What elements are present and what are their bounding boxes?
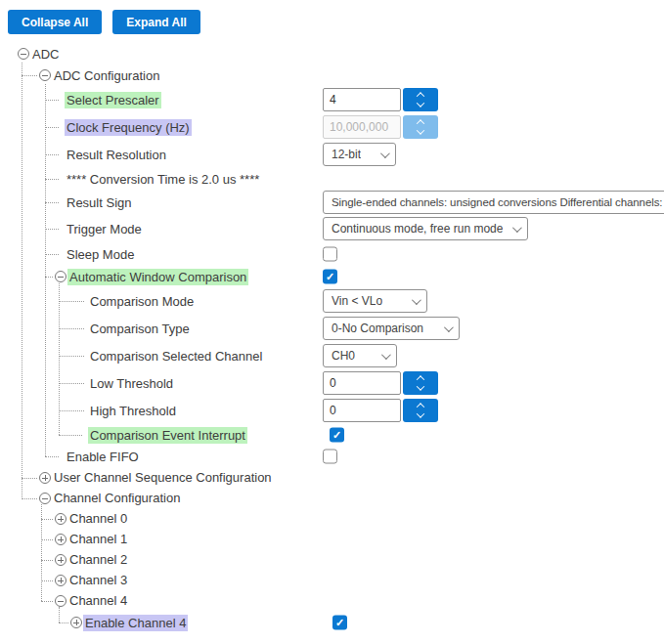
tree-connector [45, 127, 59, 128]
spin-down-icon[interactable] [417, 382, 424, 390]
tree-row-enable-channel-4: Enable Channel 4 [0, 611, 664, 634]
comparison-type-select[interactable]: 0-No Comparison [323, 317, 460, 340]
collapse-node-icon[interactable] [55, 595, 66, 607]
control-group [323, 247, 337, 262]
tree-row-clock-frequency: Clock Frequency (Hz) [0, 113, 664, 141]
tree-connector [45, 100, 59, 101]
spinner-buttons-disabled [403, 115, 438, 139]
result-resolution-select[interactable]: 12-bit [323, 143, 396, 166]
property-label: Result Sign [65, 194, 133, 211]
spinner-buttons[interactable] [403, 88, 438, 111]
tree-row-automatic-window-comparison: Automatic Window Comparison [0, 266, 664, 287]
tree-connector [45, 202, 59, 203]
tree-node-label[interactable]: Enable Channel 4 [83, 615, 188, 631]
expand-node-icon[interactable] [70, 617, 82, 628]
tree-connector [59, 623, 68, 623]
control-group [323, 270, 337, 284]
collapse-node-icon[interactable] [55, 271, 66, 282]
property-label: Trigger Mode [65, 221, 144, 237]
automatic-window-comparison-checkbox[interactable] [323, 270, 337, 284]
comparison-mode-select[interactable]: Vin < VLo [323, 289, 427, 313]
tree-row-comparison-mode: Comparison Mode Vin < VLo [0, 287, 664, 315]
control-group: 0-No Comparison [323, 317, 460, 340]
tree-row-adc: ADC [0, 43, 664, 64]
tree-row-select-prescaler: Select Prescaler [0, 86, 664, 113]
control-group [323, 450, 337, 464]
high-threshold-input[interactable] [323, 399, 401, 422]
tree-connector [41, 580, 53, 581]
spin-down-icon[interactable] [417, 99, 424, 107]
tree-row-channel-4: Channel 4 [0, 590, 664, 611]
enable-channel-4-checkbox[interactable] [332, 616, 347, 630]
tree-connector [59, 410, 84, 411]
tree-node-label[interactable]: Channel Configuration [52, 490, 182, 506]
expand-all-button[interactable]: Expand All [112, 10, 200, 34]
tree-node-label[interactable]: Automatic Window Comparison [67, 269, 248, 285]
collapse-node-icon[interactable] [39, 69, 51, 81]
tree-node-label[interactable]: User Channel Sequence Configuration [52, 469, 274, 486]
tree-connector [59, 328, 84, 329]
tree-node-label[interactable]: ADC [30, 46, 61, 63]
expand-node-icon[interactable] [55, 575, 66, 586]
tree-node-label[interactable]: Channel 2 [67, 551, 129, 568]
expand-node-icon[interactable] [55, 513, 66, 525]
property-label: Comparison Type [88, 321, 192, 337]
tree-connector [22, 75, 37, 76]
comparison-channel-select[interactable]: CH0 [323, 344, 397, 367]
tree-node-label[interactable]: Channel 3 [67, 572, 129, 588]
tree-connector [22, 498, 37, 499]
spinner-buttons[interactable] [403, 371, 438, 395]
spin-down-icon[interactable] [417, 409, 424, 417]
control-group: CH0 [323, 344, 397, 367]
chevron-down-icon [512, 223, 522, 233]
control-group [323, 88, 438, 111]
result-sign-select[interactable]: Single-ended channels: unsigned conversi… [323, 191, 664, 214]
control-group: Vin < VLo [323, 289, 427, 313]
property-label: Result Resolution [65, 147, 168, 163]
expand-node-icon[interactable] [55, 554, 66, 566]
collapse-node-icon[interactable] [18, 48, 29, 60]
tree-connector [59, 356, 84, 357]
selected-value: Single-ended channels: unsigned conversi… [332, 196, 664, 208]
prescaler-input[interactable] [323, 88, 401, 111]
tree-node-label[interactable]: Channel 0 [67, 510, 129, 527]
tree-row-comparison-type: Comparison Type 0-No Comparison [0, 315, 664, 342]
selected-value: 12-bit [332, 148, 361, 161]
spin-down-icon [417, 126, 424, 134]
collapse-all-button[interactable]: Collapse All [8, 10, 102, 34]
tree-row-result-sign: Result Sign Single-ended channels: unsig… [0, 190, 664, 215]
tree-row-comparison-selected-channel: Comparison Selected Channel CH0 [0, 342, 664, 369]
tree-connector [41, 601, 53, 602]
tree-node-label[interactable]: Channel 1 [67, 531, 129, 547]
property-label: High Threshold [88, 403, 178, 419]
chevron-down-icon [380, 149, 390, 158]
tree-connector [45, 154, 59, 155]
expand-node-icon[interactable] [39, 472, 51, 484]
control-group: 12-bit [323, 143, 396, 166]
comparison-event-interrupt-checkbox[interactable] [330, 428, 344, 443]
property-label: Comparison Selected Channel [88, 348, 264, 365]
clock-frequency-input [323, 115, 401, 139]
tree-connector [59, 301, 84, 302]
low-threshold-input[interactable] [323, 371, 401, 395]
tree-node-label[interactable]: ADC Configuration [52, 67, 161, 84]
tree-row-high-threshold: High Threshold [0, 397, 664, 424]
tree-row-channel-2: Channel 2 [0, 549, 664, 570]
tree-connector [41, 539, 53, 540]
collapse-node-icon[interactable] [39, 493, 51, 504]
tree-node-label[interactable]: Channel 4 [67, 592, 129, 609]
sleep-mode-checkbox[interactable] [323, 247, 337, 262]
tree-connector [45, 456, 59, 457]
spinner-buttons[interactable] [403, 399, 438, 422]
tree-row-comparison-event-interrupt: Comparison Event Interrupt [0, 424, 664, 446]
chevron-down-icon [412, 295, 421, 305]
control-group [330, 428, 344, 443]
enable-fifo-checkbox[interactable] [323, 450, 337, 464]
tree-row-channel-3: Channel 3 [0, 570, 664, 590]
conversion-time-note: **** Conversion Time is 2.0 us **** [65, 171, 261, 188]
chevron-down-icon [381, 350, 391, 360]
trigger-mode-select[interactable]: Continuous mode, free run mode [323, 217, 528, 240]
tree-row-low-threshold: Low Threshold [0, 369, 664, 397]
selected-value: Continuous mode, free run mode [332, 222, 503, 236]
expand-node-icon[interactable] [55, 534, 66, 545]
